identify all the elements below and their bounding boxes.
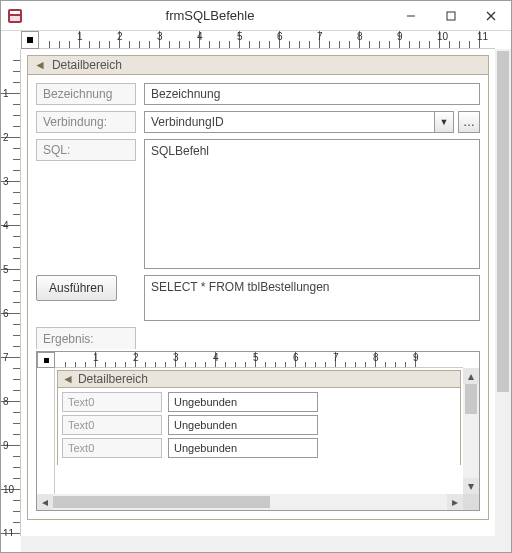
subform-textbox[interactable]: Ungebunden bbox=[168, 392, 318, 412]
subform-horizontal-ruler[interactable]: 123456789 bbox=[55, 352, 463, 368]
designer-client: 1234567891011 1234567891011 ◄ Detailbere… bbox=[1, 31, 511, 552]
close-button[interactable] bbox=[471, 2, 511, 30]
outer-horizontal-scrollbar[interactable] bbox=[21, 536, 495, 552]
chevron-down-icon: ▼ bbox=[440, 117, 449, 127]
subform-field-label[interactable]: Text0 bbox=[62, 415, 162, 435]
combo-dropdown-button[interactable]: ▼ bbox=[434, 111, 454, 133]
subform-row: Text0Ungebunden bbox=[62, 415, 456, 435]
form-sysicon bbox=[1, 8, 29, 24]
minimize-button[interactable] bbox=[391, 2, 431, 30]
label-ergebnis[interactable]: Ergebnis: bbox=[36, 327, 136, 349]
subform-row: Text0Ungebunden bbox=[62, 392, 456, 412]
subform-section-header[interactable]: ◄ Detailbereich bbox=[57, 370, 461, 388]
subform-section-header-label: Detailbereich bbox=[78, 372, 148, 386]
subform-horizontal-scrollbar[interactable]: ◂ ▸ bbox=[37, 494, 463, 510]
section-arrow-icon: ◄ bbox=[62, 372, 74, 386]
form-selector[interactable] bbox=[21, 31, 39, 49]
subform-scroll-corner bbox=[463, 494, 479, 510]
svg-rect-4 bbox=[447, 12, 455, 20]
section-header-label: Detailbereich bbox=[52, 58, 122, 72]
subform-field-label[interactable]: Text0 bbox=[62, 392, 162, 412]
subform-field-label[interactable]: Text0 bbox=[62, 438, 162, 458]
scroll-left-icon[interactable]: ◂ bbox=[37, 494, 53, 510]
form-designer-window: frmSQLBefehle 1234567891011 123456789101… bbox=[0, 0, 512, 553]
scroll-down-icon[interactable]: ▾ bbox=[463, 478, 479, 494]
outer-scroll-corner bbox=[495, 536, 511, 552]
combo-verbindung[interactable]: VerbindungID bbox=[144, 111, 434, 133]
execute-button-label: Ausführen bbox=[49, 281, 104, 295]
detail-section-body: Bezeichnung Bezeichnung Verbindung: Verb… bbox=[27, 75, 489, 520]
scroll-right-icon[interactable]: ▸ bbox=[447, 494, 463, 510]
label-verbindung[interactable]: Verbindung: bbox=[36, 111, 136, 133]
svg-rect-2 bbox=[10, 16, 20, 21]
subform-vertical-scrollbar[interactable]: ▴ ▾ bbox=[463, 368, 479, 494]
ellipsis-icon: … bbox=[463, 115, 475, 129]
label-sql[interactable]: SQL: bbox=[36, 139, 136, 161]
subform-vertical-ruler[interactable] bbox=[37, 368, 55, 494]
field-sql-sample[interactable]: SELECT * FROM tblBestellungen bbox=[144, 275, 480, 321]
subform-textbox[interactable]: Ungebunden bbox=[168, 415, 318, 435]
window-title: frmSQLBefehle bbox=[29, 8, 391, 23]
svg-rect-1 bbox=[10, 11, 20, 14]
label-bezeichnung[interactable]: Bezeichnung bbox=[36, 83, 136, 105]
titlebar: frmSQLBefehle bbox=[1, 1, 511, 31]
section-arrow-icon: ◄ bbox=[34, 58, 46, 72]
outer-vertical-scrollbar[interactable] bbox=[495, 49, 511, 536]
field-sqlbefehl[interactable]: SQLBefehl bbox=[144, 139, 480, 269]
subform-canvas: ◄ Detailbereich Text0UngebundenText0Unge… bbox=[55, 368, 463, 494]
field-bezeichnung[interactable]: Bezeichnung bbox=[144, 83, 480, 105]
subform-ergebnis[interactable]: 123456789 ◄ Detailbereich Text0Ungebunde… bbox=[36, 351, 480, 511]
horizontal-ruler[interactable]: 1234567891011 bbox=[21, 31, 495, 49]
subform-detail-body: Text0UngebundenText0UngebundenText0Ungeb… bbox=[57, 388, 461, 465]
build-ellipsis-button[interactable]: … bbox=[458, 111, 480, 133]
subform-selector[interactable] bbox=[37, 352, 55, 368]
maximize-button[interactable] bbox=[431, 2, 471, 30]
vertical-ruler[interactable]: 1234567891011 bbox=[1, 49, 21, 536]
subform-textbox[interactable]: Ungebunden bbox=[168, 438, 318, 458]
execute-button[interactable]: Ausführen bbox=[36, 275, 117, 301]
subform-row: Text0Ungebunden bbox=[62, 438, 456, 458]
section-header-detail[interactable]: ◄ Detailbereich bbox=[27, 55, 489, 75]
scroll-up-icon[interactable]: ▴ bbox=[463, 368, 479, 384]
design-canvas[interactable]: ◄ Detailbereich Bezeichnung Bezeichnung … bbox=[21, 49, 495, 536]
